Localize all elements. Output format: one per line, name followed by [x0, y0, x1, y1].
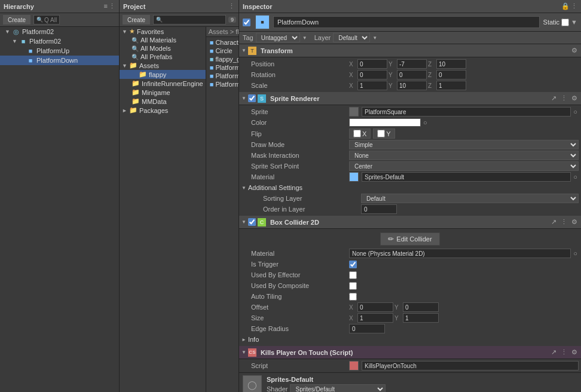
- sprite-sort-point-dropdown[interactable]: Center: [349, 161, 579, 171]
- draw-mode-dropdown[interactable]: Simple: [349, 140, 579, 149]
- color-picker-btn[interactable]: ○: [422, 119, 429, 126]
- edit-collider-row: ✏ Edit Collider: [239, 230, 581, 248]
- scale-x-input[interactable]: [357, 81, 387, 90]
- rot-y-input[interactable]: [397, 70, 427, 79]
- used-by-effector-checkbox[interactable]: [349, 271, 357, 279]
- collider-material-input[interactable]: [349, 249, 571, 258]
- project-create-button[interactable]: Create: [122, 14, 151, 25]
- project-menu-icon[interactable]: ⋮: [228, 2, 235, 10]
- minigame-folder[interactable]: 📁 Minigame: [120, 88, 206, 97]
- hierarchy-search-icon: 🔍: [36, 17, 43, 23]
- tree-arrow: ▼: [5, 29, 12, 35]
- file-flappy-game[interactable]: ■ flappy_game: [207, 55, 238, 63]
- pos-x-input[interactable]: [357, 59, 387, 69]
- hierarchy-item-platformup[interactable]: ■ PlatformUp: [0, 46, 119, 56]
- kills-player-more-btn[interactable]: ⋮: [559, 348, 568, 356]
- kills-player-settings-btn[interactable]: ⚙: [570, 348, 579, 356]
- inspector-menu-icon[interactable]: ⋮: [571, 2, 577, 10]
- material-picker-btn[interactable]: ○: [572, 173, 579, 180]
- all-prefabs-icon: 🔍: [132, 54, 139, 60]
- file-platform01[interactable]: ■ Platform01: [207, 63, 238, 72]
- sprite-renderer-more-btn[interactable]: ⋮: [559, 94, 568, 102]
- flip-x-checkbox[interactable]: [353, 130, 361, 137]
- auto-tiling-row: Auto Tiling: [239, 291, 581, 302]
- mask-interaction-dropdown[interactable]: None: [349, 151, 579, 160]
- gameobj-main-icon: ■: [255, 15, 270, 29]
- kills-player-header[interactable]: ▼ CS Kills Player On Touch (Script) ↗ ⋮ …: [239, 346, 581, 359]
- file-platform-square[interactable]: ■ PlatformSquare: [207, 80, 238, 88]
- order-in-layer-input[interactable]: [361, 204, 397, 214]
- flappy-folder[interactable]: 📁 flappy: [120, 70, 206, 79]
- flip-x-btn[interactable]: X: [349, 128, 371, 139]
- offset-x-input[interactable]: [357, 302, 393, 312]
- hierarchy-menu-icon[interactable]: ⋮: [109, 2, 115, 10]
- shader-dropdown[interactable]: Sprites/Default: [290, 384, 386, 392]
- pos-z-input[interactable]: [436, 59, 466, 69]
- layer-dropdown[interactable]: Default: [333, 33, 370, 42]
- offset-y-input[interactable]: [403, 302, 439, 312]
- platform01-icon: ■: [210, 64, 214, 71]
- all-models-icon: 🔍: [132, 45, 139, 52]
- mmdata-folder[interactable]: 📁 MMData: [120, 97, 206, 106]
- file-platform02[interactable]: ■ Platform02: [207, 72, 238, 80]
- assets-folder[interactable]: ▼ 📁 Assets: [120, 61, 206, 70]
- used-by-composite-checkbox[interactable]: [349, 282, 357, 290]
- infinite-runner-folder[interactable]: 📁 InfiniteRunnerEngine: [120, 79, 206, 88]
- transform-header[interactable]: ▼ T Transform ⚙: [239, 44, 581, 57]
- sprite-renderer-ref-btn[interactable]: ↗: [550, 94, 558, 102]
- all-models[interactable]: 🔍 All Models: [120, 44, 206, 53]
- scale-z-input[interactable]: [436, 81, 466, 90]
- hierarchy-create-button[interactable]: Create: [2, 14, 31, 25]
- box-collider-more-btn[interactable]: ⋮: [559, 218, 568, 226]
- all-materials[interactable]: 🔍 All Materials: [120, 36, 206, 44]
- sprite-renderer-component: ▼ S Sprite Renderer ↗ ⋮ ⚙ Sprite: [239, 92, 581, 216]
- box-collider-header[interactable]: ▼ C Box Collider 2D ↗ ⋮ ⚙: [239, 216, 581, 229]
- pos-y-input[interactable]: [397, 59, 427, 69]
- rot-z-input[interactable]: [436, 70, 466, 79]
- static-dropdown-arrow[interactable]: ▼: [571, 19, 577, 26]
- script-row: Script: [239, 360, 581, 371]
- gameobj-active-checkbox[interactable]: [243, 19, 250, 26]
- box-collider-ref-btn[interactable]: ↗: [550, 218, 558, 226]
- additional-settings-row[interactable]: ▼ Additional Settings: [239, 182, 581, 193]
- sprite-input[interactable]: [362, 107, 571, 117]
- size-x-input[interactable]: [357, 313, 393, 323]
- static-checkbox[interactable]: [561, 19, 569, 26]
- auto-tiling-checkbox[interactable]: [349, 293, 357, 301]
- kills-player-ref-btn[interactable]: ↗: [550, 348, 558, 356]
- info-row[interactable]: ► Info: [239, 334, 581, 345]
- sprite-sort-point-label: Sprite Sort Point: [241, 163, 349, 170]
- hierarchy-item-platformdown[interactable]: ■ PlatformDown: [0, 56, 119, 65]
- flip-y-btn[interactable]: Y: [373, 128, 395, 139]
- flip-y-checkbox[interactable]: [377, 130, 385, 137]
- pos-z-label: Z: [428, 61, 435, 68]
- hierarchy-item-platform02-scene[interactable]: ▼ ◎ Platform02: [0, 27, 119, 36]
- gameobj-name-input[interactable]: [273, 16, 540, 28]
- file-circle[interactable]: ■ Circle: [207, 47, 238, 55]
- sorting-layer-dropdown[interactable]: Default: [361, 194, 579, 203]
- tag-dropdown[interactable]: Untagged: [256, 33, 300, 42]
- scale-y-input[interactable]: [397, 81, 427, 90]
- rot-x-input[interactable]: [357, 70, 387, 79]
- edit-collider-btn[interactable]: ✏ Edit Collider: [380, 232, 439, 246]
- size-y-input[interactable]: [403, 313, 439, 323]
- file-character[interactable]: ■ Character: [207, 38, 238, 47]
- sprite-renderer-enabled[interactable]: [248, 94, 256, 102]
- sprite-picker-btn[interactable]: ○: [572, 108, 579, 115]
- edge-radius-input[interactable]: [349, 324, 385, 333]
- transform-settings-btn[interactable]: ⚙: [570, 47, 579, 54]
- color-swatch[interactable]: [349, 118, 421, 127]
- collider-material-picker-btn[interactable]: ○: [572, 250, 579, 257]
- box-collider-settings-btn[interactable]: ⚙: [570, 218, 579, 226]
- packages-folder[interactable]: ► 📁 Packages: [120, 106, 206, 115]
- sprite-renderer-settings-btn[interactable]: ⚙: [570, 94, 579, 102]
- material-input[interactable]: [362, 172, 571, 182]
- is-trigger-checkbox[interactable]: [349, 261, 357, 268]
- inspector-lock-icon[interactable]: 🔒: [561, 2, 570, 10]
- script-input[interactable]: [362, 361, 579, 370]
- all-prefabs[interactable]: 🔍 All Prefabs: [120, 53, 206, 61]
- favorites-folder[interactable]: ▼ ★ Favorites: [120, 27, 206, 36]
- box-collider-enabled[interactable]: [248, 218, 256, 226]
- sprite-renderer-header[interactable]: ▼ S Sprite Renderer ↗ ⋮ ⚙: [239, 92, 581, 105]
- hierarchy-item-platform02[interactable]: ▼ ■ Platform02: [0, 36, 119, 46]
